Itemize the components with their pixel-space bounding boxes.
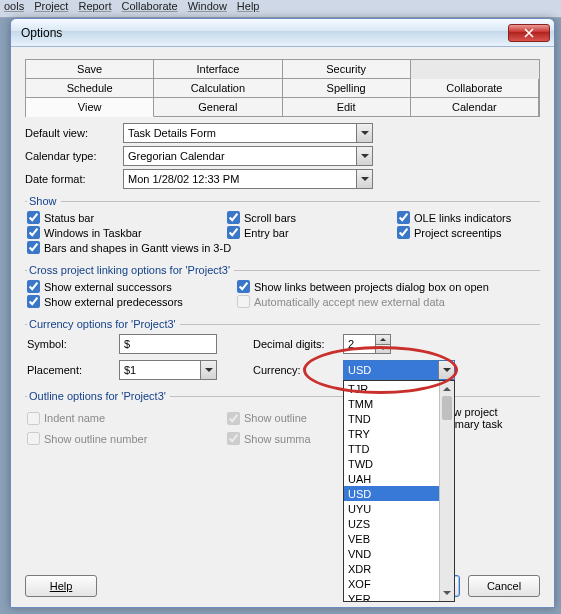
outline-group-title: Outline options for 'Project3': [27, 390, 170, 402]
indent-name-label: Indent name: [44, 412, 105, 424]
currency-option[interactable]: TTD: [344, 441, 454, 456]
currency-option[interactable]: UYU: [344, 501, 454, 516]
tab-collaborate[interactable]: Collaborate: [411, 79, 539, 98]
show-summa-label: Show summa: [244, 433, 311, 445]
show-outline-check: [227, 412, 240, 425]
cross-project-group: Cross project linking options for 'Proje…: [25, 264, 540, 312]
bars-3d-check[interactable]: [27, 241, 40, 254]
date-format-value: Mon 1/28/02 12:33 PM: [128, 173, 239, 185]
symbol-input[interactable]: $: [119, 334, 217, 354]
scroll-down-icon[interactable]: [440, 586, 454, 601]
ole-links-check[interactable]: [397, 211, 410, 224]
auto-accept-check: [237, 295, 250, 308]
tab-calendar[interactable]: Calendar: [411, 98, 539, 117]
tab-general[interactable]: General: [154, 98, 282, 117]
scroll-thumb[interactable]: [442, 396, 452, 420]
spinner-icon[interactable]: [375, 335, 390, 353]
window-title: Options: [21, 26, 508, 40]
currency-option[interactable]: TRY: [344, 426, 454, 441]
ext-successors-label: Show external successors: [44, 281, 172, 293]
outline-group: Outline options for 'Project3' Indent na…: [25, 390, 540, 449]
currency-option[interactable]: TWD: [344, 456, 454, 471]
chevron-down-icon: [356, 147, 372, 165]
show-group: Show Status bar Scroll bars OLE links in…: [25, 195, 540, 258]
tab-save[interactable]: Save: [26, 60, 154, 79]
ext-predecessors-check[interactable]: [27, 295, 40, 308]
show-outline-number-label: Show outline number: [44, 433, 147, 445]
scroll-up-icon[interactable]: [440, 381, 454, 396]
tab-interface[interactable]: Interface: [154, 60, 282, 79]
placement-combo[interactable]: $1: [119, 360, 217, 380]
currency-option[interactable]: TJR: [344, 381, 454, 396]
placement-value: $1: [124, 364, 136, 376]
decimal-digits-label: Decimal digits:: [253, 338, 343, 350]
default-view-label: Default view:: [25, 127, 117, 139]
currency-dropdown[interactable]: TJRTMMTNDTRYTTDTWDUAHUSDUYUUZSVEBVNDXDRX…: [343, 380, 455, 602]
currency-option[interactable]: UAH: [344, 471, 454, 486]
ext-successors-check[interactable]: [27, 280, 40, 293]
default-view-combo[interactable]: Task Details Form: [123, 123, 373, 143]
decimal-digits-value: 2: [348, 338, 354, 350]
currency-label: Currency:: [253, 364, 343, 376]
tab-spelling[interactable]: Spelling: [283, 79, 411, 98]
cross-project-title: Cross project linking options for 'Proje…: [27, 264, 234, 276]
currency-option[interactable]: YER: [344, 591, 454, 602]
tab-view[interactable]: View: [26, 98, 154, 117]
help-button[interactable]: Help: [25, 575, 97, 597]
entry-bar-label: Entry bar: [244, 227, 289, 239]
project-screentips-label: Project screentips: [414, 227, 501, 239]
windows-taskbar-label: Windows in Taskbar: [44, 227, 142, 239]
options-dialog: Options Save Interface Security Schedule…: [10, 18, 555, 608]
show-links-dialog-check[interactable]: [237, 280, 250, 293]
scroll-bars-check[interactable]: [227, 211, 240, 224]
currency-group: Currency options for 'Project3' Symbol: …: [25, 318, 540, 384]
date-format-combo[interactable]: Mon 1/28/02 12:33 PM: [123, 169, 373, 189]
symbol-value: $: [124, 338, 130, 350]
scroll-bars-label: Scroll bars: [244, 212, 296, 224]
close-icon: [524, 28, 534, 38]
status-bar-label: Status bar: [44, 212, 94, 224]
calendar-type-combo[interactable]: Gregorian Calendar: [123, 146, 373, 166]
menu-project[interactable]: Project: [34, 0, 68, 17]
entry-bar-check[interactable]: [227, 226, 240, 239]
currency-option[interactable]: VEB: [344, 531, 454, 546]
tab-schedule[interactable]: Schedule: [26, 79, 154, 98]
currency-option[interactable]: UZS: [344, 516, 454, 531]
default-view-value: Task Details Form: [128, 127, 216, 139]
currency-combo[interactable]: USD: [343, 360, 455, 380]
menu-report[interactable]: Report: [78, 0, 111, 17]
scrollbar[interactable]: [439, 381, 454, 601]
app-menubar: ools Project Report Collaborate Window H…: [0, 0, 561, 18]
windows-taskbar-check[interactable]: [27, 226, 40, 239]
currency-option[interactable]: XDR: [344, 561, 454, 576]
chevron-down-icon: [356, 124, 372, 142]
bars-3d-label: Bars and shapes in Gantt views in 3-D: [44, 242, 231, 254]
menu-tools[interactable]: ools: [4, 0, 24, 17]
status-bar-check[interactable]: [27, 211, 40, 224]
calendar-type-label: Calendar type:: [25, 150, 117, 162]
dialog-footer: Help OK Cancel: [25, 575, 540, 597]
currency-option[interactable]: TMM: [344, 396, 454, 411]
tab-edit[interactable]: Edit: [283, 98, 411, 117]
menu-collaborate[interactable]: Collaborate: [121, 0, 177, 17]
calendar-type-value: Gregorian Calendar: [128, 150, 225, 162]
project-screentips-check[interactable]: [397, 226, 410, 239]
tab-security[interactable]: Security: [283, 60, 411, 79]
menu-help[interactable]: Help: [237, 0, 260, 17]
chevron-down-icon: [200, 361, 216, 379]
currency-group-title: Currency options for 'Project3': [27, 318, 180, 330]
chevron-down-icon: [438, 361, 454, 379]
currency-option[interactable]: TND: [344, 411, 454, 426]
ole-links-label: OLE links indicators: [414, 212, 511, 224]
close-button[interactable]: [508, 24, 550, 42]
cancel-button[interactable]: Cancel: [468, 575, 540, 597]
decimal-digits-input[interactable]: 2: [343, 334, 391, 354]
tab-strip: Save Interface Security Schedule Calcula…: [25, 59, 540, 117]
currency-option[interactable]: USD: [344, 486, 454, 501]
currency-option[interactable]: XOF: [344, 576, 454, 591]
show-summa-check: [227, 432, 240, 445]
menu-window[interactable]: Window: [188, 0, 227, 17]
tab-calculation[interactable]: Calculation: [154, 79, 282, 98]
show-group-title: Show: [27, 195, 61, 207]
currency-option[interactable]: VND: [344, 546, 454, 561]
